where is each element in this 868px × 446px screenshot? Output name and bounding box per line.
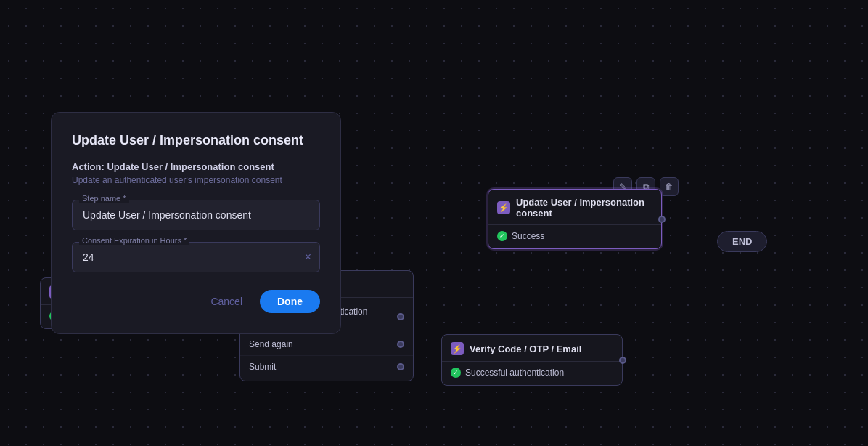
modal-overlay: Update User / Impersonation consent Acti…: [0, 0, 868, 446]
step-name-field: Step name *: [72, 200, 320, 230]
done-button[interactable]: Done: [260, 290, 320, 313]
modal-action-desc: Update an authenticated user's impersona…: [72, 175, 320, 185]
consent-expiration-label: Consent Expiration in Hours *: [79, 236, 189, 245]
consent-expiration-input[interactable]: [72, 242, 320, 272]
modal-actions: Cancel Done: [72, 290, 320, 313]
step-name-input[interactable]: [72, 200, 320, 230]
modal-action-label: Action: Update User / Impersonation cons…: [72, 161, 320, 172]
clear-consent-button[interactable]: ×: [305, 251, 311, 264]
step-name-label: Step name *: [79, 194, 129, 203]
update-consent-modal: Update User / Impersonation consent Acti…: [51, 112, 341, 334]
cancel-button[interactable]: Cancel: [202, 290, 251, 313]
consent-expiration-field: Consent Expiration in Hours * ×: [72, 242, 320, 272]
modal-title: Update User / Impersonation consent: [72, 133, 320, 148]
